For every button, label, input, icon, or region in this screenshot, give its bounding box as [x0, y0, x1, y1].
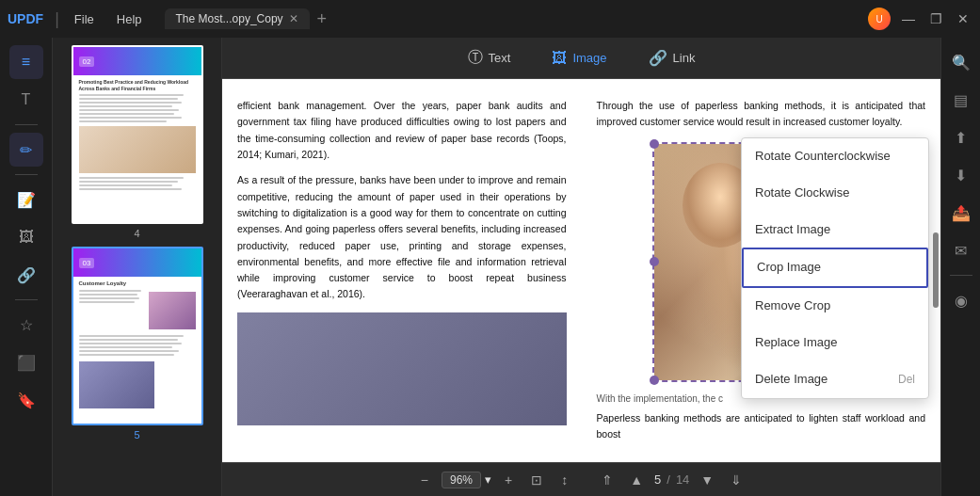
scroll-thumb[interactable] — [933, 232, 939, 308]
current-page[interactable]: 5 — [654, 472, 661, 487]
right-para-3: Paperless banking methods are anticipate… — [597, 410, 926, 443]
right-sidebar-divider — [950, 275, 972, 276]
next-page-button[interactable]: ▼ — [695, 471, 719, 489]
app-body: ≡ T ✏ 📝 🖼 🔗 ☆ ⬛ 🔖 02 Promoting Best Prac… — [0, 38, 980, 496]
context-menu-rotate-cw[interactable]: Rotate Clockwise — [742, 175, 928, 212]
link-icon: 🔗 — [649, 49, 667, 67]
image-icon: 🖼 — [552, 50, 567, 67]
sidebar-icon-organize[interactable]: ☆ — [9, 308, 43, 342]
pdf-area: efficient bank management. Over the year… — [222, 79, 940, 462]
zoom-dropdown-icon[interactable]: ▾ — [485, 472, 491, 487]
first-page-button[interactable]: ⇑ — [596, 471, 619, 489]
page4-badge: 02 — [79, 56, 95, 67]
right-icon-more[interactable]: ◉ — [944, 283, 978, 317]
tab-close-button[interactable]: ✕ — [289, 12, 298, 25]
context-menu: Rotate Counterclockwise Rotate Clockwise… — [741, 137, 929, 399]
thumbnail-page-5[interactable]: 03 Customer Loyalty — [72, 247, 203, 440]
left-sidebar: ≡ T ✏ 📝 🖼 🔗 ☆ ⬛ 🔖 — [0, 38, 53, 496]
sidebar-icon-link[interactable]: 🔗 — [9, 258, 43, 292]
toolbar-image-button[interactable]: 🖼 Image — [542, 46, 616, 71]
sidebar-icon-pages[interactable]: ≡ — [9, 45, 43, 79]
sidebar-icon-edit[interactable]: ✏ — [9, 133, 43, 167]
crop-image-label: Crop Image — [757, 258, 821, 278]
rotate-cw-label: Rotate Clockwise — [755, 184, 849, 203]
page4-title: Promoting Best Practice and Reducing Wor… — [79, 79, 196, 91]
zoom-value[interactable]: 96% — [442, 472, 481, 488]
extract-image-label: Extract Image — [755, 220, 830, 240]
app-logo: UPDF — [8, 11, 43, 26]
text-label: Text — [489, 51, 511, 65]
zoom-out-button[interactable]: − — [415, 471, 434, 489]
fit-page-button[interactable]: ⊡ — [525, 471, 548, 489]
zoom-control: 96% ▾ — [442, 472, 491, 488]
sidebar-icon-text[interactable]: T — [9, 83, 43, 117]
context-menu-rotate-ccw[interactable]: Rotate Counterclockwise — [742, 138, 928, 175]
delete-image-label: Delete Image — [755, 370, 827, 390]
sidebar-icon-image[interactable]: 🖼 — [9, 220, 43, 254]
left-para-1: efficient bank management. Over the year… — [237, 98, 567, 163]
prev-page-button[interactable]: ▲ — [624, 471, 649, 489]
right-icon-mail[interactable]: ✉ — [944, 233, 978, 267]
maximize-button[interactable]: ❐ — [926, 8, 946, 30]
context-menu-delete-image[interactable]: Delete Image Del — [742, 361, 928, 398]
remove-crop-label: Remove Crop — [755, 296, 830, 316]
fit-width-button[interactable]: ↕ — [555, 471, 573, 489]
window-controls: U — ❐ ✕ — [868, 8, 972, 30]
bottom-toolbar: − 96% ▾ + ⊡ ↕ ⇑ ▲ 5 / 14 ▼ ⇓ — [222, 462, 940, 496]
right-icon-upload[interactable]: ⬆ — [944, 120, 978, 154]
context-menu-crop-image[interactable]: Crop Image — [742, 248, 928, 288]
right-icon-download[interactable]: ⬇ — [944, 158, 978, 192]
handle-bot-left[interactable] — [650, 376, 659, 385]
thumbnail-panel: 02 Promoting Best Practice and Reducing … — [53, 38, 222, 496]
page-right: Through the use of paperless banking met… — [582, 79, 941, 462]
tab-label: The Most...opy_Copy — [176, 12, 283, 25]
top-toolbar: Ⓣ Text 🖼 Image 🔗 Link — [222, 38, 940, 79]
toolbar-link-button[interactable]: 🔗 Link — [639, 45, 705, 71]
thumb-img-5: 03 Customer Loyalty — [72, 247, 203, 425]
link-label: Link — [673, 51, 696, 65]
thumb-img-4: 02 Promoting Best Practice and Reducing … — [72, 45, 203, 224]
sidebar-divider-1 — [15, 124, 38, 125]
menu-help[interactable]: Help — [109, 10, 150, 28]
sep1: | — [55, 9, 59, 29]
right-para-1: Through the use of paperless banking met… — [597, 98, 926, 131]
menu-file[interactable]: File — [67, 10, 102, 28]
page-left: efficient bank management. Over the year… — [222, 79, 582, 462]
last-page-button[interactable]: ⇓ — [725, 471, 747, 489]
page-nav: ⇑ ▲ 5 / 14 ▼ ⇓ — [596, 471, 747, 489]
toolbar-text-button[interactable]: Ⓣ Text — [458, 44, 521, 72]
page5-person-img — [149, 292, 196, 329]
right-icon-pages[interactable]: ▤ — [944, 83, 978, 117]
image-label: Image — [572, 51, 606, 65]
context-menu-extract-image[interactable]: Extract Image — [742, 212, 928, 248]
right-icon-share[interactable]: 📤 — [944, 196, 978, 230]
zoom-in-button[interactable]: + — [499, 471, 518, 489]
thumb-num-4: 4 — [134, 228, 139, 239]
thumbnail-page-4[interactable]: 02 Promoting Best Practice and Reducing … — [72, 45, 203, 239]
handle-top-left[interactable] — [650, 139, 659, 149]
total-pages: 14 — [676, 472, 689, 487]
title-bar: UPDF | File Help The Most...opy_Copy ✕ +… — [0, 0, 980, 38]
rotate-ccw-label: Rotate Counterclockwise — [755, 147, 891, 167]
main-content: Ⓣ Text 🖼 Image 🔗 Link efficient bank man… — [222, 38, 940, 496]
context-menu-replace-image[interactable]: Replace Image — [742, 325, 928, 361]
minimize-button[interactable]: — — [898, 8, 919, 30]
page5-badge: 03 — [79, 258, 95, 268]
user-avatar[interactable]: U — [868, 8, 891, 30]
sidebar-divider-3 — [15, 299, 38, 300]
right-icon-search[interactable]: 🔍 — [944, 45, 978, 79]
left-para-2: As a result of the pressure, banks have … — [237, 172, 567, 303]
replace-image-label: Replace Image — [755, 333, 837, 353]
sidebar-icon-annotate[interactable]: 📝 — [9, 183, 43, 216]
thumb-num-5: 5 — [134, 429, 139, 440]
sidebar-icon-layers[interactable]: ⬛ — [9, 345, 43, 379]
close-button[interactable]: ✕ — [954, 8, 972, 30]
add-tab-button[interactable]: + — [310, 9, 335, 29]
left-page-text: efficient bank management. Over the year… — [237, 98, 567, 303]
context-menu-remove-crop[interactable]: Remove Crop — [742, 288, 928, 325]
text-icon: Ⓣ — [468, 48, 483, 68]
sidebar-icon-bookmark[interactable]: 🔖 — [9, 383, 43, 417]
tab-main[interactable]: The Most...opy_Copy ✕ — [165, 8, 310, 29]
page5-title: Customer Loyalty — [79, 280, 196, 286]
scroll-indicator[interactable] — [933, 79, 939, 462]
